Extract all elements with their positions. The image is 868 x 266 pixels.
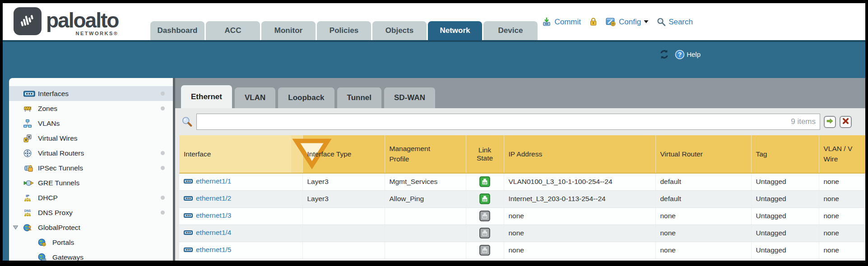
subtab-ethernet[interactable]: Ethernet — [181, 85, 232, 108]
tab-network[interactable]: Network — [428, 21, 482, 40]
search-button[interactable]: Search — [657, 17, 693, 26]
tab-acc[interactable]: ACC — [206, 21, 260, 40]
cell-ip-address: Internet_L3_203-0-113-254--24 — [504, 190, 655, 207]
cell-management-profile: Mgmt_Services — [385, 173, 466, 190]
help-button[interactable]: ? Help — [675, 50, 701, 60]
tab-monitor[interactable]: Monitor — [261, 21, 316, 40]
column-header-sort[interactable] — [291, 135, 302, 173]
column-header-tag[interactable]: Tag — [751, 135, 819, 173]
cell-tag: Untagged — [751, 207, 819, 225]
sidebar-item-gateways[interactable]: Gateways — [9, 250, 173, 261]
refresh-icon[interactable] — [659, 49, 669, 60]
sidebar-item-portals[interactable]: Portals — [9, 235, 173, 250]
cell-interface: ethernet1/5 — [179, 242, 302, 259]
tab-objects[interactable]: Objects — [372, 21, 427, 40]
sidebar-item-gre-tunnels[interactable]: GRE Tunnels — [9, 175, 173, 190]
dhcp-icon: IP — [23, 194, 35, 202]
sidebar-item-globalprotect[interactable]: GlobalProtect — [9, 220, 173, 235]
cell-interface-type: Layer3 — [302, 173, 385, 190]
cell-interface: ethernet1/4 — [179, 225, 302, 242]
cell-virtual-router: default — [655, 190, 751, 207]
app-window: paloalto NETWORKS® DashboardACCMonitorPo… — [0, 0, 868, 266]
sidebar-item-vlans[interactable]: VLANs — [9, 116, 173, 131]
cell-management-profile — [385, 242, 466, 259]
cell-ip-address: VLAN0100_L3_10-1-100-254--24 — [504, 173, 655, 190]
commit-button[interactable]: Commit — [542, 17, 581, 27]
portals-icon — [38, 238, 50, 247]
lock-button[interactable] — [589, 17, 598, 27]
apply-filter-button[interactable] — [824, 116, 836, 128]
subtab-sd-wan[interactable]: SD-WAN — [384, 87, 435, 108]
cell-management-profile: Allow_Ping — [385, 190, 466, 207]
table-row[interactable]: ethernet1/5nonenoneUntaggednone — [179, 242, 865, 259]
subtab-loopback[interactable]: Loopback — [278, 87, 334, 108]
table-row[interactable]: ethernet1/1Layer3Mgmt_ServicesVLAN0100_L… — [179, 173, 865, 190]
brand-text: paloalto — [46, 7, 118, 33]
cell-interface-type — [302, 207, 385, 225]
filter-input[interactable] — [196, 114, 820, 130]
column-header-link[interactable]: Link State — [466, 135, 504, 173]
column-header-vlan[interactable]: VLAN / VWire — [819, 135, 865, 173]
interface-link[interactable]: ethernet1/3 — [196, 211, 231, 220]
header-utilities: Commit — [542, 17, 693, 27]
column-header-mgmt[interactable]: Management Profile — [385, 135, 466, 173]
table-row[interactable]: ethernet1/3nonenoneUntaggednone — [179, 207, 865, 225]
sidebar-item-dhcp[interactable]: IPDHCP — [9, 190, 173, 205]
left-margin — [3, 78, 9, 261]
status-dot — [161, 151, 165, 155]
tab-dashboard[interactable]: Dashboard — [150, 21, 204, 40]
sidebar-item-label: Zones — [38, 105, 161, 113]
interface-link[interactable]: ethernet1/2 — [196, 194, 231, 202]
cell-interface-type — [302, 225, 385, 242]
cell-virtual-router: default — [655, 173, 751, 190]
sidebar-item-label: DHCP — [38, 194, 161, 202]
clear-filter-button[interactable] — [840, 116, 852, 128]
sidebar-item-label: Gateways — [52, 253, 168, 261]
sort-down-icon — [291, 165, 333, 172]
column-header-ip[interactable]: IP Address — [504, 135, 655, 173]
expander-icon[interactable] — [13, 225, 23, 230]
config-menu-button[interactable]: Config — [606, 17, 649, 27]
commit-icon — [542, 17, 552, 27]
ipsec-tunnels-icon — [23, 164, 35, 172]
status-dot — [161, 196, 165, 200]
tab-device[interactable]: Device — [483, 21, 538, 40]
table-row[interactable]: ethernet1/2Layer3Allow_PingInternet_L3_2… — [179, 190, 865, 207]
interfaces-icon — [184, 247, 193, 253]
subtab-vlan[interactable]: VLAN — [235, 87, 275, 108]
cell-vlan-wire: none — [819, 190, 865, 207]
sidebar-item-zones[interactable]: Zones — [9, 101, 173, 116]
status-dot — [161, 211, 165, 215]
column-header-vr[interactable]: Virtual Router — [655, 135, 751, 173]
interface-link[interactable]: ethernet1/1 — [196, 177, 231, 185]
brand-subtext: NETWORKS® — [76, 31, 119, 36]
search-icon — [657, 17, 666, 26]
cell-vlan-wire: none — [819, 207, 865, 225]
content-pane: EthernetVLANLoopbackTunnelSD-WAN 9 items — [175, 78, 865, 261]
column-header-label: Wire — [824, 154, 866, 164]
table-row[interactable]: ethernet1/4nonenoneUntaggednone — [179, 225, 865, 242]
tab-policies[interactable]: Policies — [317, 21, 371, 40]
sidebar-item-label: VLANs — [38, 119, 168, 128]
cell-ip-address: none — [504, 207, 655, 225]
globalprotect-icon — [23, 224, 35, 232]
sidebar-item-ipsec-tunnels[interactable]: IPSec Tunnels — [9, 161, 173, 175]
status-dot — [161, 166, 165, 170]
sidebar-item-dns-proxy[interactable]: DNSDNS Proxy — [9, 205, 173, 220]
cell-vlan-wire: none — [819, 225, 865, 242]
cell-tag: Untagged — [751, 242, 819, 259]
sidebar-item-virtual-routers[interactable]: Virtual Routers — [9, 146, 173, 161]
interface-link[interactable]: ethernet1/4 — [196, 229, 231, 237]
sidebar-item-interfaces[interactable]: Interfaces — [9, 86, 173, 101]
sidebar-item-label: Virtual Routers — [38, 149, 161, 157]
column-header-label: Management Profile — [390, 144, 444, 164]
sub-header-band: ? Help — [3, 40, 865, 78]
cell-management-profile — [385, 207, 466, 225]
subtab-tunnel[interactable]: Tunnel — [337, 87, 381, 108]
sidebar-item-virtual-wires[interactable]: Virtual Wires — [9, 131, 173, 146]
interface-link[interactable]: ethernet1/5 — [196, 246, 231, 254]
sidebar-item-label: DNS Proxy — [38, 209, 161, 217]
column-header-interface[interactable]: Interface — [179, 135, 291, 173]
search-label: Search — [668, 17, 693, 26]
cell-virtual-router: none — [655, 242, 751, 259]
